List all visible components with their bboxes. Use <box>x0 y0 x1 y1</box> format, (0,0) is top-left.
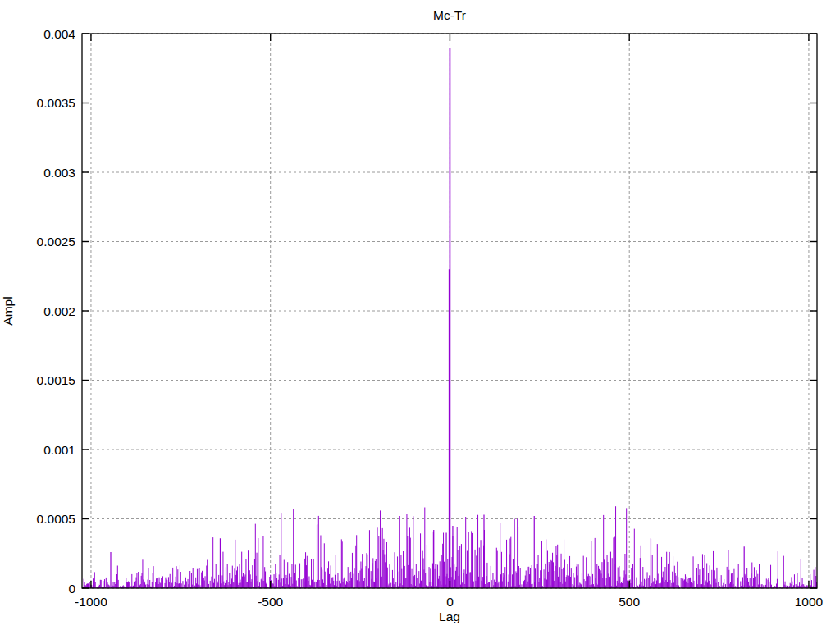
y-tick-label: 0.0015 <box>37 373 75 387</box>
tick-labels: -1000-5000500100000.00050.0010.00150.002… <box>37 27 824 609</box>
y-tick-label: 0.0035 <box>37 96 75 110</box>
x-tick-label: -500 <box>258 595 283 609</box>
y-tick-label: 0.004 <box>43 27 75 41</box>
y-tick-label: 0.001 <box>43 443 75 457</box>
x-axis-label: Lag <box>439 609 460 623</box>
y-tick-label: 0.0005 <box>37 512 75 526</box>
x-tick-label: -1000 <box>75 595 107 609</box>
data-series <box>82 48 816 588</box>
x-tick-label: 1000 <box>795 595 824 609</box>
correlation-chart: -1000-5000500100000.00050.0010.00150.002… <box>0 0 840 630</box>
plot-window: -1000-5000500100000.00050.0010.00150.002… <box>0 0 840 630</box>
y-tick-label: 0 <box>68 582 75 596</box>
x-tick-label: 0 <box>446 595 454 609</box>
chart-title: Mc-Tr <box>433 8 466 22</box>
y-tick-label: 0.0025 <box>37 235 75 249</box>
y-tick-label: 0.003 <box>43 166 75 180</box>
y-axis-label: Ampl <box>1 296 15 325</box>
x-tick-label: 500 <box>619 595 640 609</box>
y-tick-label: 0.002 <box>43 304 75 318</box>
